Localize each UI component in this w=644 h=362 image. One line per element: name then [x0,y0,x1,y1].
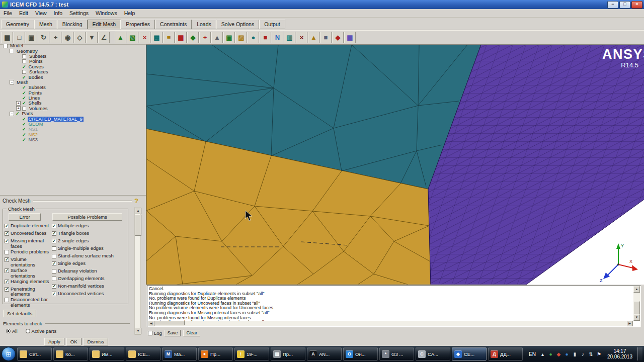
collapse-icon[interactable]: − [3,44,8,48]
radio-active-parts[interactable]: Active parts [26,328,57,334]
collapse-icon[interactable]: − [10,112,14,116]
taskbar-button-folder-window-4[interactable]: ICE... [126,347,160,360]
message-log[interactable]: Cancel.Running diagnostics for Duplicate… [147,285,641,327]
tree-item-ns2[interactable]: ✓NS2 [2,132,132,137]
unchecked-checkbox[interactable] [22,54,26,58]
scroll-down-icon[interactable]: ▼ [135,328,141,334]
scroll-up-icon[interactable]: ▲ [633,286,640,293]
menu-info[interactable]: Info [50,10,66,17]
menu-file[interactable]: File [0,10,16,17]
tab-blocking[interactable]: Blocking [57,20,88,29]
checkbox-single-multiple-edges[interactable]: Single-multiple edges [52,246,126,253]
checkbox-non-manifold-vertices[interactable]: ✓Non-manifold vertices [52,284,126,291]
scrollbar-thumb[interactable] [154,321,185,325]
checked-checkbox-icon[interactable]: ✓ [22,85,26,90]
tree-item-lines[interactable]: ✓Lines [2,96,132,101]
unchecked-checkbox[interactable] [22,107,26,111]
checked-checkbox-icon[interactable]: ✓ [22,64,26,69]
checked-checkbox-icon[interactable]: ✓ [22,117,26,122]
log-horizontal-scrollbar[interactable]: ◀ ▶ [148,321,633,326]
scroll-down-icon[interactable]: ▼ [633,314,640,321]
action-center-icon[interactable]: ⚑ [596,351,602,357]
tree-item-created-material-9[interactable]: ✓CREATED_MATERIAL_9 [2,116,132,121]
checkbox-periodic-problems[interactable]: Periodic problems [5,249,52,257]
menu-windows[interactable]: Windows [92,10,121,17]
viewport-3d[interactable]: ANSYS R14.5 Y X Z [146,44,644,285]
taskbar-button-icem-cfd-app-window[interactable]: ◆СЕ... [452,347,487,360]
scrollbar-thumb[interactable] [633,301,640,314]
taskbar-button-media-player-window[interactable]: ●Пр... [198,347,233,360]
checkbox-volume-orientations[interactable]: ✓Volume orientations [5,257,52,268]
panel-scrollbar[interactable]: ▲ ▼ [134,207,141,335]
tree-item-ns3[interactable]: ✓NS3 [2,137,132,142]
maximize-button[interactable]: □ [619,1,630,9]
checkbox-hanging-elements[interactable]: ✓Hanging elements [5,279,52,287]
taskbar-clock[interactable]: 14:17 20.06.2013 [604,348,635,360]
save-log-button[interactable]: Save [165,330,181,336]
start-button[interactable]: ⊞ [2,347,16,361]
checkbox-stand-alone-surface-mesh[interactable]: Stand-alone surface mesh [52,253,126,261]
close-button[interactable]: × [631,1,642,9]
tree-item-points[interactable]: ✓Points [2,90,132,96]
tab-geometry[interactable]: Geometry [1,20,34,29]
scroll-up-icon[interactable]: ▲ [135,208,141,214]
tree-item-curves[interactable]: ✓Curves [2,64,132,69]
network-icon[interactable]: ⇅ [588,351,594,357]
tree-item-subsets[interactable]: ✓Subsets [2,85,132,90]
checked-checkbox-icon[interactable]: ✓ [22,101,26,106]
tree-item-shells[interactable]: +✓Shells [2,101,132,106]
checked-checkbox-icon[interactable]: ✓ [22,122,26,127]
usb-icon[interactable]: ▮ [572,351,578,357]
collapse-icon[interactable]: − [10,49,14,53]
expand-icon[interactable]: + [16,101,21,106]
ok-button[interactable]: OK [66,338,82,345]
checkbox-2-single-edges[interactable]: ✓2 single edges [52,238,126,246]
menu-settings[interactable]: Settings [66,10,92,17]
checked-checkbox-icon[interactable]: ✓ [22,96,26,101]
taskbar-button-folder-window-3[interactable]: Им... [90,347,124,360]
taskbar-button-settings-app-window[interactable]: *G3 ... [379,347,414,360]
help-icon[interactable]: ? [134,197,138,205]
taskbar-button-cad-app-window[interactable]: CСА... [416,347,450,360]
scroll-right-icon[interactable]: ▶ [626,321,633,326]
tree-item-geometry[interactable]: −Geometry [2,48,132,53]
taskbar-button-archive-window[interactable]: !19-... [234,347,269,360]
log-vertical-scrollbar[interactable]: ▲ ▼ [633,286,640,321]
tree-item-parts[interactable]: −✓Parts [2,111,132,116]
apply-button[interactable]: Apply [44,338,64,345]
unchecked-checkbox[interactable] [22,59,26,63]
scroll-left-icon[interactable]: ◀ [148,321,154,326]
tab-output[interactable]: Output [259,20,285,29]
checked-checkbox-icon[interactable]: ✓ [22,132,26,137]
checkbox-uncovered-faces[interactable]: ✓Uncovered faces [5,231,52,238]
log-checkbox[interactable]: Log [148,330,162,336]
checkbox-delaunay-violation[interactable]: Delaunay violation [52,268,126,276]
tab-properties[interactable]: Properties [121,20,155,29]
checked-checkbox-icon[interactable]: ✓ [22,127,26,132]
checkbox-penetrating-elements[interactable]: ✓Penetrating elements [5,287,52,298]
taskbar-button-red-app-window[interactable]: ДДД... [488,347,523,360]
taskbar-button-chat-app-window[interactable]: OОн... [343,347,378,360]
expand-icon[interactable]: + [16,106,21,111]
tree-item-points[interactable]: Points [2,59,132,64]
tab-constraints[interactable]: Constraints [155,20,192,29]
tab-solve-options[interactable]: Solve Options [216,20,259,29]
tree-item-geom[interactable]: ✓GEOM [2,122,132,127]
tree-item-subsets[interactable]: Subsets [2,54,132,59]
checked-checkbox-icon[interactable]: ✓ [22,137,26,142]
checkbox-disconnected-bar-elements[interactable]: Disconnected bar elements [5,297,52,308]
tree-item-ns1[interactable]: ✓NS1 [2,127,132,132]
volume-icon[interactable]: ♪ [580,351,586,357]
security-icon[interactable]: ◆ [555,351,562,357]
checkbox-missing-internal-faces[interactable]: ✓Missing internal faces [5,238,52,249]
taskbar-button-folder-window-1[interactable]: Сет... [17,347,52,360]
taskbar-button-folder-window-2[interactable]: Ко... [53,347,88,360]
collapse-icon[interactable]: − [10,80,14,84]
radio-all[interactable]: All [6,328,18,334]
language-indicator[interactable]: EN [527,351,537,357]
taskbar-button-word-document-window[interactable]: MМа... [162,347,197,360]
messenger-icon[interactable]: ● [564,351,570,357]
checked-checkbox-icon[interactable]: ✓ [22,90,26,96]
checkbox-multiple-edges[interactable]: ✓Multiple edges [52,223,126,231]
checkbox-unconnected-vertices[interactable]: ✓Unconnected vertices [52,291,126,299]
